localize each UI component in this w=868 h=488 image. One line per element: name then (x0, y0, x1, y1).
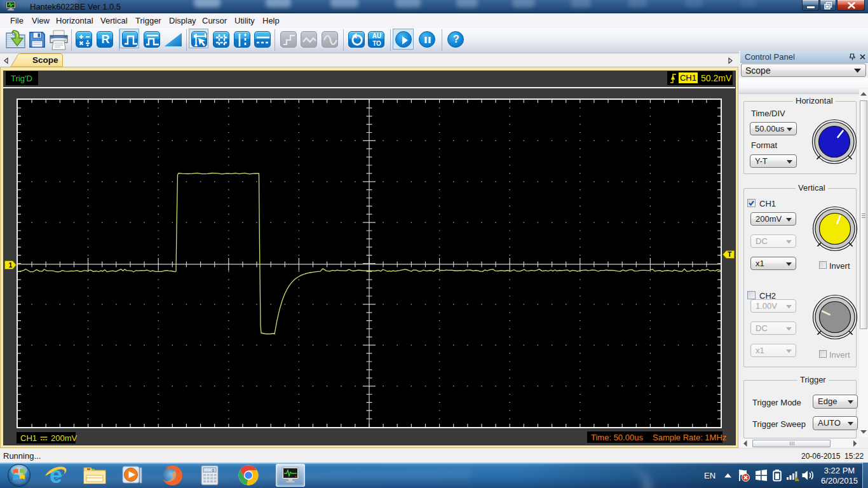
svg-text:1: 1 (9, 261, 13, 269)
svg-text:T: T (728, 250, 732, 258)
